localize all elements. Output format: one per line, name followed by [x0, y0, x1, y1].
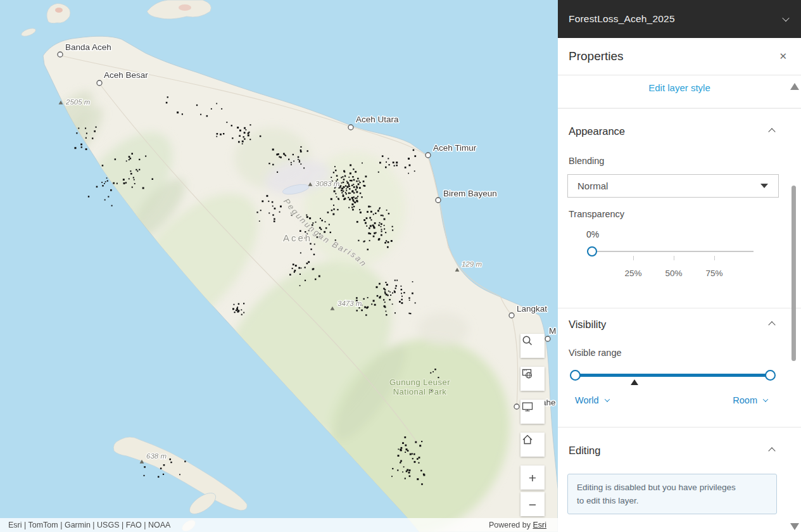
- chevron-down-icon: [763, 396, 768, 402]
- layer-selector[interactable]: ForestLoss_Aceh_2025: [558, 0, 801, 38]
- forest-loss-point: [268, 213, 270, 214]
- monitor-icon: [520, 400, 534, 414]
- forest-loss-point: [333, 205, 334, 206]
- forest-loss-point: [136, 169, 137, 170]
- forest-loss-point: [402, 471, 403, 472]
- forest-loss-point: [342, 176, 343, 177]
- forest-loss-point: [86, 133, 87, 134]
- forest-loss-point: [408, 297, 410, 298]
- forest-loss-point: [341, 182, 343, 184]
- chevron-down-icon: [604, 396, 609, 402]
- forest-loss-point: [372, 225, 374, 227]
- forest-loss-point: [355, 189, 357, 191]
- range-min-dropdown[interactable]: World: [575, 395, 609, 405]
- map-canvas[interactable]: 2505 m3083 m129 m3473 m638 mBanda AcehAc…: [0, 0, 558, 532]
- forest-loss-point: [365, 314, 367, 315]
- forest-loss-point: [344, 171, 345, 172]
- forest-loss-point: [356, 187, 358, 189]
- basemap-button[interactable]: [520, 367, 545, 391]
- forest-loss-point: [356, 221, 358, 223]
- forest-loss-point: [200, 114, 201, 115]
- forest-loss-point: [409, 476, 411, 478]
- forest-loss-point: [409, 300, 410, 301]
- forest-loss-point: [337, 209, 338, 210]
- forest-loss-point: [319, 276, 320, 277]
- forest-loss-point: [374, 232, 375, 234]
- forest-loss-point: [361, 310, 363, 312]
- forest-loss-point: [360, 193, 361, 194]
- forest-loss-point: [123, 179, 125, 180]
- visible-range-max-handle[interactable]: [765, 370, 776, 381]
- forest-loss-point: [410, 313, 411, 314]
- edit-layer-style-link[interactable]: Edit layer style: [558, 82, 801, 93]
- forest-loss-point: [364, 307, 366, 308]
- forest-loss-point: [274, 218, 275, 220]
- search-button[interactable]: [520, 334, 545, 358]
- forest-loss-point: [364, 241, 365, 242]
- forest-loss-point: [403, 292, 405, 293]
- blending-select[interactable]: Normal: [567, 174, 779, 198]
- forest-loss-point: [85, 148, 87, 150]
- forest-loss-point: [305, 267, 306, 268]
- forest-loss-point: [298, 156, 300, 158]
- elevation-label: 3473 m: [337, 300, 362, 307]
- forest-loss-point: [384, 218, 386, 220]
- collapse-visibility-icon[interactable]: [768, 321, 775, 328]
- forest-loss-point: [360, 212, 362, 213]
- forest-loss-point: [369, 228, 370, 229]
- scroll-up-icon[interactable]: [790, 83, 799, 90]
- city-label: Aceh Utara: [356, 115, 399, 124]
- forest-loss-point: [384, 225, 385, 226]
- esri-link[interactable]: Esri: [533, 521, 546, 529]
- visible-range-track[interactable]: [575, 374, 770, 377]
- zoom-out-button[interactable]: −: [520, 492, 545, 516]
- close-icon[interactable]: ✕: [779, 51, 787, 62]
- forest-loss-point: [397, 469, 398, 471]
- forest-loss-point: [217, 133, 218, 135]
- forest-loss-point: [352, 209, 354, 211]
- forest-loss-point: [319, 227, 321, 229]
- display-button[interactable]: [520, 400, 545, 424]
- panel-scrollbar[interactable]: [792, 186, 796, 361]
- visible-range-min-handle[interactable]: [570, 370, 581, 381]
- forest-loss-point: [389, 291, 391, 293]
- forest-loss-point: [388, 213, 389, 214]
- forest-loss-point: [242, 141, 244, 142]
- forest-loss-point: [306, 215, 307, 216]
- forest-loss-point: [137, 170, 138, 172]
- forest-loss-point: [384, 289, 386, 290]
- collapse-appearance-icon[interactable]: [768, 128, 775, 135]
- forest-loss-point: [249, 124, 251, 125]
- forest-loss-point: [94, 130, 96, 132]
- visibility-heading[interactable]: Visibility: [569, 319, 606, 331]
- forest-loss-point: [341, 177, 342, 178]
- appearance-heading[interactable]: Appearance: [569, 125, 625, 137]
- editing-heading[interactable]: Editing: [569, 445, 600, 457]
- forest-loss-point: [363, 219, 365, 221]
- forest-loss-point: [344, 198, 346, 200]
- tick-label-75: 75%: [700, 269, 728, 278]
- forest-loss-point: [361, 196, 362, 198]
- scroll-down-icon[interactable]: [790, 523, 799, 530]
- city-marker: [348, 125, 353, 130]
- forest-loss-point: [289, 274, 291, 276]
- forest-loss-point: [134, 179, 135, 180]
- forest-loss-point: [102, 165, 104, 167]
- forest-loss-point: [237, 127, 239, 129]
- collapse-editing-icon[interactable]: [768, 447, 775, 454]
- forest-loss-point: [88, 196, 89, 197]
- transparency-slider-track[interactable]: [592, 251, 754, 252]
- tick-label-50: 50%: [660, 269, 688, 278]
- forest-loss-point: [321, 220, 323, 222]
- range-max-dropdown[interactable]: Room: [733, 395, 767, 405]
- zoom-in-button[interactable]: +: [520, 466, 545, 490]
- forest-loss-point: [420, 470, 422, 472]
- panel-title-row: Properties ✕: [558, 38, 801, 75]
- forest-loss-point: [295, 265, 297, 267]
- forest-loss-point: [351, 185, 353, 186]
- home-button[interactable]: [520, 433, 545, 457]
- forest-loss-point: [300, 285, 301, 286]
- province-label: Aceh: [283, 232, 312, 243]
- transparency-slider-handle[interactable]: [587, 246, 597, 256]
- forest-loss-point: [315, 222, 317, 223]
